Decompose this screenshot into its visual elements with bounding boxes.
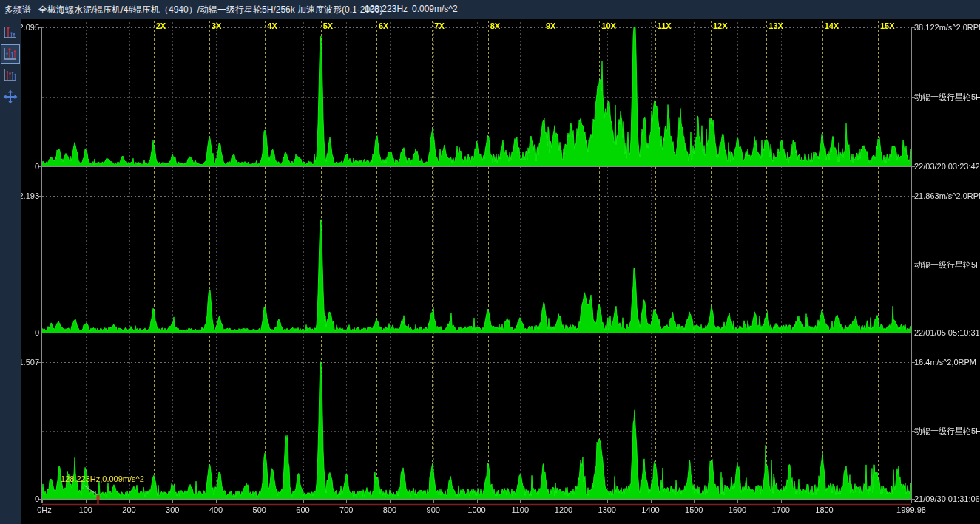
x-tick-label: 100 (79, 506, 92, 514)
timestamp-chart2: 22/01/05 05:10:31 (914, 328, 980, 337)
spectrum-single-icon[interactable] (1, 23, 20, 42)
spectrum-multi-icon[interactable] (1, 44, 20, 64)
harmonic-label-13x: 13X (768, 21, 783, 30)
spectrum-harmonic-icon[interactable] (1, 66, 20, 85)
x-tick-label: 700 (339, 506, 353, 514)
x-tick-label: 1500 (685, 506, 703, 514)
timestamp-chart3: 21/09/30 01:31:06 (914, 494, 980, 503)
harmonic-label-9x: 9X (546, 21, 555, 30)
harmonic-label-4x: 4X (267, 21, 277, 30)
x-tick-label: 800 (383, 506, 396, 514)
multi-spectrum-window: 多频谱 全椒海螺水泥/辊压机/4#辊压机（4940）/动辊一级行星轮5H/256… (0, 0, 980, 524)
x-tick-label: 1200 (555, 506, 572, 514)
harmonic-label-7x: 7X (434, 21, 444, 30)
x-tick-label: 1800 (815, 506, 833, 514)
header-bar: 多频谱 全椒海螺水泥/辊压机/4#辊压机（4940）/动辊一级行星轮5H/256… (0, 0, 980, 19)
x-tick-label: 0Hz (37, 506, 52, 514)
x-tick-label: 1999.98 (896, 506, 926, 514)
harmonic-label-3x: 3X (212, 21, 221, 30)
app-title: 多频谱 (4, 4, 31, 16)
cursor-frequency-readout: 128.223Hz (365, 4, 408, 14)
stem-chart-glyph (2, 67, 18, 84)
x-tick-label: 500 (253, 506, 266, 514)
channel-name-chart3: 动辊一级行星轮5H (914, 426, 980, 437)
harmonic-label-10x: 10X (601, 21, 616, 30)
peak-annotation: 128.223Hz,0.009m/s^2 (61, 474, 144, 483)
x-tick-label: 400 (209, 506, 223, 514)
timestamp-chart1: 22/03/20 03:23:42 (914, 162, 980, 171)
harmonic-label-14x: 14X (825, 21, 839, 30)
scale-rpm-label-chart3: 16.4m/s^2,0RPM (914, 358, 976, 367)
pan-move-icon[interactable] (1, 87, 20, 106)
x-tick-label: 600 (296, 506, 309, 514)
x-tick-label: 300 (166, 506, 179, 514)
spectrum-plot-canvas[interactable] (0, 0, 980, 524)
harmonic-label-5x: 5X (323, 21, 333, 30)
move-arrows-glyph (3, 89, 18, 104)
toolbar-sidebar (0, 19, 21, 524)
x-tick-label: 1700 (772, 506, 790, 514)
channel-name-chart1: 动辊一级行星轮5H (914, 92, 980, 103)
harmonic-label-2x: 2X (156, 21, 166, 30)
channel-name-chart2: 动辊一级行星轮5H (914, 259, 980, 270)
harmonic-label-11x: 11X (658, 21, 672, 30)
measurement-path: 全椒海螺水泥/辊压机/4#辊压机（4940）/动辊一级行星轮5H/256k 加速… (38, 4, 382, 16)
scale-rpm-label-chart2: 21.863m/s^2,0RPM (914, 191, 980, 200)
x-tick-label: 900 (427, 506, 440, 514)
harmonic-label-8x: 8X (490, 21, 500, 30)
scale-rpm-label-chart1: 38.122m/s^2,0RPM (914, 23, 980, 32)
x-tick-label: 1100 (511, 506, 529, 514)
x-tick-label: 1300 (598, 506, 616, 514)
harmonic-label-6x: 6X (379, 21, 388, 30)
harmonic-label-12x: 12X (713, 21, 728, 30)
harmonic-label-15x: 15X (880, 21, 895, 30)
x-tick-label: 1600 (729, 506, 746, 514)
stem-chart-glyph (2, 24, 18, 41)
x-tick-label: 1000 (467, 506, 485, 514)
x-tick-label: 200 (122, 506, 135, 514)
x-tick-label: 1400 (641, 506, 659, 514)
cursor-amplitude-readout: 0.009m/s^2 (412, 4, 458, 14)
stem-chart-glyph (2, 46, 18, 62)
